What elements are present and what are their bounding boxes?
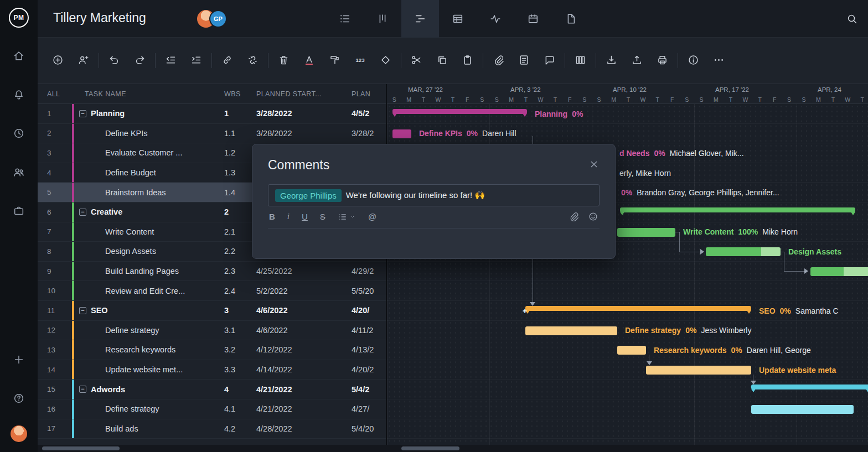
search-button[interactable] <box>845 12 859 27</box>
task-name-cell[interactable]: Design Assets <box>74 247 224 256</box>
col-header-all[interactable]: ALL <box>38 90 72 98</box>
bar-drag-handle[interactable]: + <box>523 308 527 314</box>
task-name-cell[interactable]: −Adwords <box>74 385 224 394</box>
format-mention-button[interactable]: @ <box>368 212 376 221</box>
sidebar-item-recent clock-icon[interactable] <box>0 114 38 153</box>
assign-user-button[interactable] <box>78 54 89 67</box>
format-italic-button[interactable]: i <box>287 212 290 221</box>
gantt-summary-bar[interactable] <box>620 207 855 212</box>
cut-button[interactable] <box>411 54 422 67</box>
tab-sheet[interactable] <box>439 0 477 38</box>
gantt-task-bar[interactable] <box>751 405 854 414</box>
gantt-task-bar[interactable] <box>706 247 781 256</box>
attachment-button[interactable] <box>493 54 504 67</box>
task-name-cell[interactable]: Define Budget <box>74 168 224 177</box>
add-task-button[interactable] <box>52 54 64 67</box>
collapse-icon[interactable]: − <box>79 386 86 393</box>
col-header-wbs[interactable]: WBS <box>224 90 256 98</box>
table-row[interactable]: 15−Adwords44/21/20225/4/2 <box>38 380 386 399</box>
tab-activity[interactable] <box>477 0 514 38</box>
table-row[interactable]: 17Build ads4.24/28/20225/4/20 <box>38 419 386 439</box>
format-bold-button[interactable]: B <box>269 212 275 221</box>
task-name-cell[interactable]: Define strategy <box>74 326 224 335</box>
fill-color-button[interactable] <box>329 54 340 67</box>
comment-input[interactable]: George Phillips We're following our time… <box>268 184 600 206</box>
sidebar-item-add[interactable] <box>0 340 38 379</box>
tab-doc[interactable] <box>552 0 590 38</box>
sidebar-item-home home-icon[interactable] <box>0 37 38 75</box>
tab-calendar[interactable] <box>514 0 552 38</box>
import-button[interactable] <box>606 54 617 67</box>
comment-button[interactable] <box>544 54 555 67</box>
gantt-task-bar[interactable] <box>617 346 646 355</box>
milestone-button[interactable] <box>380 54 391 67</box>
task-name-cell[interactable]: Evaluate Customer ... <box>74 148 224 157</box>
user-avatar[interactable] <box>11 425 27 442</box>
table-hscrollbar-thumb[interactable] <box>42 446 120 450</box>
tab-gantt[interactable] <box>401 0 439 38</box>
gantt-summary-bar[interactable] <box>751 385 868 389</box>
table-row[interactable]: 14Update website met...3.34/14/20224/20/… <box>38 360 386 380</box>
task-name-cell[interactable]: Define strategy <box>74 404 224 413</box>
tab-list[interactable] <box>326 0 364 38</box>
app-logo[interactable]: PM <box>9 8 29 28</box>
undo-button[interactable] <box>108 54 120 67</box>
print-button[interactable] <box>657 54 668 67</box>
close-icon[interactable] <box>588 159 600 172</box>
gantt-task-bar[interactable] <box>617 228 675 237</box>
attach-icon[interactable] <box>569 211 579 222</box>
table-row[interactable]: 11−SEO34/6/20224/20/ <box>38 301 386 321</box>
more-button[interactable] <box>713 54 725 67</box>
sidebar-item-portfolio briefcase-icon[interactable] <box>0 191 38 230</box>
collapse-icon[interactable]: − <box>79 209 86 216</box>
collapse-icon[interactable]: − <box>79 307 86 314</box>
redo-button[interactable] <box>134 54 146 67</box>
unlink-tasks-button[interactable] <box>247 54 259 67</box>
task-name-cell[interactable]: −Planning <box>74 109 224 118</box>
emoji-icon[interactable] <box>588 211 598 222</box>
sidebar-item-notifications bell-icon[interactable] <box>0 75 38 114</box>
col-header-task-name[interactable]: TASK NAME <box>72 90 224 98</box>
gantt-summary-bar[interactable] <box>525 306 751 311</box>
export-button[interactable] <box>631 54 643 67</box>
gantt-task-bar[interactable] <box>646 366 751 375</box>
table-row[interactable]: 1−Planning13/28/20224/5/2 <box>38 104 386 124</box>
tab-board[interactable] <box>364 0 401 38</box>
format-list-button[interactable] <box>338 212 356 222</box>
mention-chip[interactable]: George Phillips <box>275 189 342 202</box>
task-name-cell[interactable]: Build Landing Pages <box>74 267 224 276</box>
gantt-hscrollbar-thumb[interactable] <box>401 446 459 450</box>
task-name-cell[interactable]: Write Content <box>74 227 224 236</box>
format-strikethrough-button[interactable]: S <box>320 212 326 221</box>
task-name-cell[interactable]: −Creative <box>74 207 224 216</box>
sidebar-item-team people-icon[interactable] <box>0 153 38 191</box>
table-row[interactable]: 10Review and Edit Cre...2.45/2/20225/5/2… <box>38 281 386 301</box>
table-row[interactable]: 12Define strategy3.14/6/20224/11/2 <box>38 321 386 341</box>
member-avatar-gp[interactable]: GP <box>209 10 227 28</box>
numbers-button[interactable]: 123 <box>354 54 366 67</box>
task-name-cell[interactable]: Review and Edit Cre... <box>74 287 224 295</box>
notes-button[interactable] <box>518 54 530 67</box>
gantt-task-bar[interactable] <box>810 267 868 276</box>
copy-button[interactable] <box>436 54 448 67</box>
sidebar-item-help[interactable] <box>0 379 38 418</box>
task-name-cell[interactable]: Build ads <box>74 424 224 433</box>
task-name-cell[interactable]: Brainstorm Ideas <box>74 188 224 197</box>
col-header-planned-end[interactable]: PLAN <box>352 90 386 98</box>
table-row[interactable]: 2Define KPIs1.13/28/20223/28/2 <box>38 124 386 144</box>
paste-button[interactable] <box>462 54 473 67</box>
gantt-task-bar[interactable] <box>525 326 617 335</box>
indent-button[interactable] <box>190 54 202 67</box>
task-name-cell[interactable]: Define KPIs <box>74 129 224 138</box>
format-underline-button[interactable]: U <box>302 212 308 221</box>
col-header-planned-start[interactable]: PLANNED START... <box>256 90 352 98</box>
table-row[interactable]: 13Research keywords3.24/12/20224/13/2 <box>38 340 386 360</box>
gantt-summary-bar[interactable] <box>392 109 527 114</box>
font-color-button[interactable] <box>303 54 315 67</box>
link-tasks-button[interactable] <box>221 54 233 67</box>
task-name-cell[interactable]: −SEO <box>74 306 224 315</box>
collapse-icon[interactable]: − <box>79 110 86 117</box>
task-name-cell[interactable]: Research keywords <box>74 345 224 354</box>
delete-button[interactable] <box>278 54 290 67</box>
task-name-cell[interactable]: Update website met... <box>74 365 224 374</box>
